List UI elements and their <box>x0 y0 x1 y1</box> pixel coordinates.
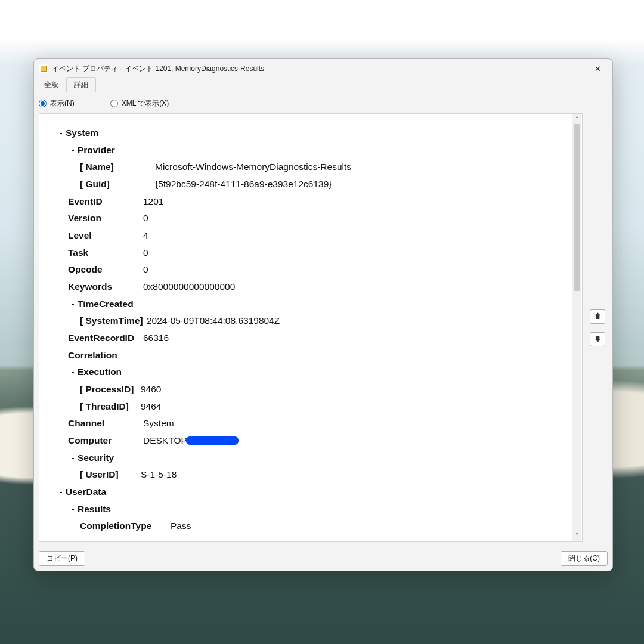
task-key: Task <box>68 244 142 262</box>
tab-details[interactable]: 詳細 <box>66 77 96 92</box>
eventid-key: EventID <box>68 193 142 210</box>
event-tree[interactable]: -System -Provider NameMicrosoft-Windows-… <box>39 114 582 541</box>
record-nav-column: 🡅 🡇 <box>587 113 608 542</box>
view-mode-row: 表示(N) XML で表示(X) <box>34 92 612 113</box>
scroll-up-icon[interactable]: ˄ <box>572 114 581 124</box>
window-close-button[interactable]: ✕ <box>584 60 611 77</box>
node-execution[interactable]: Execution <box>78 364 122 381</box>
radio-dot-icon <box>39 100 47 107</box>
radio-xml-label: XML で表示(X) <box>122 98 169 109</box>
node-security[interactable]: Security <box>78 450 114 467</box>
version-val: 0 <box>142 210 148 227</box>
attr-threadid-val: 9464 <box>140 398 161 416</box>
tree-toggle[interactable]: - <box>68 296 78 313</box>
correlation-val <box>142 347 143 364</box>
redaction-mark <box>186 436 239 445</box>
node-system[interactable]: System <box>66 125 98 142</box>
tree-toggle[interactable]: - <box>68 501 78 518</box>
keywords-key: Keywords <box>68 278 142 296</box>
dialog-footer: コピー(P) 閉じる(C) <box>34 546 612 571</box>
copy-button[interactable]: コピー(P) <box>39 551 85 566</box>
attr-systemtime-key: SystemTime <box>80 312 145 330</box>
tree-toggle[interactable]: - <box>68 450 78 467</box>
attr-threadid-key: ThreadID <box>80 398 140 416</box>
completiontype-val: Pass <box>169 518 191 535</box>
scroll-down-icon[interactable]: ˅ <box>572 531 581 541</box>
details-pane: -System -Provider NameMicrosoft-Windows-… <box>39 113 583 542</box>
window-title: イベント プロパティ - イベント 1201, MemoryDiagnostic… <box>52 64 264 74</box>
eventrecordid-val: 66316 <box>142 330 169 347</box>
scrollbar-thumb[interactable] <box>574 124 580 291</box>
eventid-val: 1201 <box>142 193 163 210</box>
titlebar: イベント プロパティ - イベント 1201, MemoryDiagnostic… <box>34 59 612 78</box>
tab-bar: 全般 詳細 <box>34 78 612 92</box>
keywords-val: 0x8000000000000000 <box>142 278 235 296</box>
level-val: 4 <box>142 227 148 244</box>
channel-val: System <box>142 415 174 432</box>
attr-provider-name-key: Name <box>80 159 154 176</box>
tree-toggle[interactable]: - <box>56 125 66 142</box>
event-properties-dialog: イベント プロパティ - イベント 1201, MemoryDiagnostic… <box>33 58 613 571</box>
vertical-scrollbar[interactable]: ˄ ˅ <box>572 114 581 541</box>
arrow-up-icon: 🡅 <box>594 312 602 321</box>
tree-toggle[interactable]: - <box>68 142 78 159</box>
radio-xml-view[interactable]: XML で表示(X) <box>110 98 169 109</box>
attr-provider-guid-key: Guid <box>80 176 154 193</box>
app-icon <box>39 64 48 73</box>
attr-processid-val: 9460 <box>140 381 161 398</box>
channel-key: Channel <box>68 415 142 432</box>
attr-systemtime-val: 2024-05-09T08:44:08.6319804Z <box>145 312 280 330</box>
eventrecordid-key: EventRecordID <box>68 330 142 347</box>
node-timecreated[interactable]: TimeCreated <box>78 296 134 313</box>
close-icon: ✕ <box>595 64 601 73</box>
attr-userid-val: S-1-5-18 <box>140 466 177 484</box>
completiontype-key: CompletionType <box>80 518 169 535</box>
attr-provider-name-val: Microsoft-Windows-MemoryDiagnostics-Resu… <box>154 159 351 176</box>
tree-toggle[interactable]: - <box>56 484 66 501</box>
opcode-key: Opcode <box>68 261 142 278</box>
computer-key: Computer <box>68 432 142 450</box>
attr-provider-guid-val: {5f92bc59-248f-4111-86a9-e393e12c6139} <box>154 176 332 193</box>
previous-event-button[interactable]: 🡅 <box>590 309 605 324</box>
radio-friendly-label: 表示(N) <box>50 98 75 109</box>
attr-processid-key: ProcessID <box>80 381 140 398</box>
node-userdata[interactable]: UserData <box>66 484 106 501</box>
level-key: Level <box>68 227 142 244</box>
task-val: 0 <box>142 244 148 262</box>
close-button[interactable]: 閉じる(C) <box>561 551 608 566</box>
version-key: Version <box>68 210 142 227</box>
radio-dot-icon <box>110 100 118 107</box>
next-event-button[interactable]: 🡇 <box>590 332 605 346</box>
node-provider[interactable]: Provider <box>78 142 115 159</box>
tree-toggle[interactable]: - <box>68 364 78 381</box>
radio-friendly-view[interactable]: 表示(N) <box>39 98 75 109</box>
tab-general[interactable]: 全般 <box>36 77 66 92</box>
arrow-down-icon: 🡇 <box>594 335 602 343</box>
attr-userid-key: UserID <box>80 466 140 484</box>
computer-val: DESKTOP <box>142 432 239 450</box>
correlation-key: Correlation <box>68 347 142 364</box>
opcode-val: 0 <box>142 261 148 278</box>
node-results[interactable]: Results <box>78 501 111 518</box>
